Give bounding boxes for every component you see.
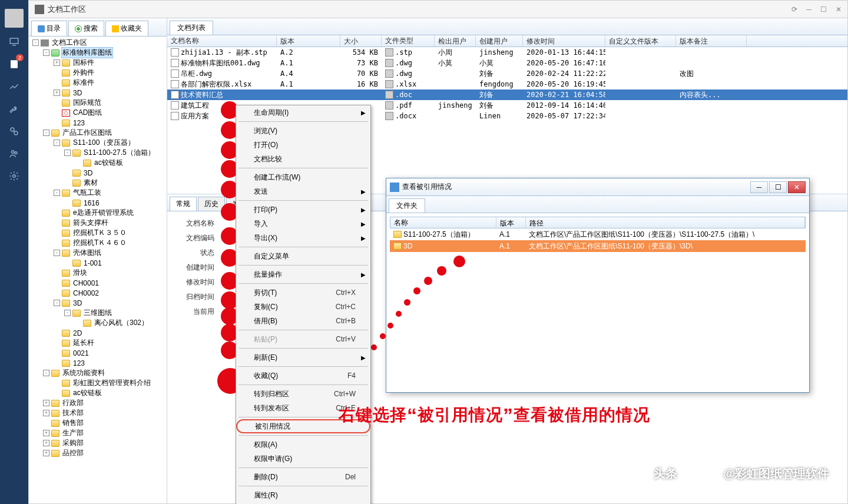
tab-directory[interactable]: 目录 [31,21,67,36]
tree-item[interactable]: +3D [30,88,165,98]
tree-item[interactable]: -文档工作区 [30,38,165,48]
tree-item[interactable]: CH0002 [30,288,165,298]
tree-item[interactable]: 销售部 [30,418,165,428]
menu-item[interactable]: 剪切(T)Ctrl+X [236,286,370,300]
tree-item[interactable]: CH0001 [30,278,165,288]
tree-item[interactable]: 滑块 [30,268,165,278]
tree-item[interactable]: -S11-100（变压器） [30,138,165,148]
tree-item[interactable]: 1616 [30,198,165,208]
close-icon[interactable]: ✕ [836,5,842,14]
tree-item[interactable]: 3D [30,168,165,178]
tree-item[interactable]: 标准件 [30,78,165,88]
tree-item[interactable]: 外购件 [30,68,165,78]
tree-item[interactable]: -壳体图纸 [30,248,165,258]
tree-item[interactable]: 123 [30,358,165,368]
popup-minimize[interactable]: ─ [750,181,768,193]
tree-item[interactable]: 123 [30,118,165,128]
file-row[interactable]: 吊柜.dwgA.470 KB.dwg刘备2020-02-24 11:22:22改… [167,68,847,79]
side-link-icon[interactable] [0,120,28,142]
menu-item[interactable]: 收藏(Q)F4 [236,369,370,383]
tree-item[interactable]: +品控部 [30,448,165,458]
context-menu[interactable]: 生命周期(I)▶浏览(V)打开(O)文档比较创建工作流(W)发送▶打印(P)▶导… [236,105,371,504]
menu-item[interactable]: 创建工作流(W) [236,170,370,184]
tree-item[interactable]: 2D [30,328,165,338]
tree-item[interactable]: 素材 [30,178,165,188]
tree-label: CH0002 [72,289,100,297]
file-row[interactable]: 各部门解密权限.xlsxA.116 KB.xlsxfengdong2020-05… [167,79,847,89]
reload-icon[interactable]: ⟳ [791,5,797,14]
user-avatar[interactable] [5,9,24,28]
side-monitor-icon[interactable] [0,31,28,53]
tree-item[interactable]: 延长杆 [30,338,165,348]
tree-item[interactable]: +生产部 [30,428,165,438]
tree-item[interactable]: 1-001 [30,258,165,268]
maximize-icon[interactable]: ☐ [820,5,827,14]
tree-item[interactable]: e匙通开锁管理系统 [30,208,165,218]
tree-item[interactable]: +国标件 [30,58,165,68]
menu-item[interactable]: 导出(X)▶ [236,231,370,245]
popup-row[interactable]: S11-100-27.5（油箱）A.1文档工作区\产品工作区图纸\S11-100… [390,228,806,240]
menu-item[interactable]: 转到归档区Ctrl+W [236,387,370,401]
tree-item[interactable]: -气瓶工装 [30,188,165,198]
tree-item[interactable]: -系统功能资料 [30,368,165,378]
tree-item[interactable]: 挖掘机TＫ３５０ [30,228,165,238]
tree-item[interactable]: +采购部 [30,438,165,448]
menu-item[interactable]: 借用(B)Ctrl+B [236,314,370,328]
side-settings-icon[interactable] [0,165,28,187]
tree-item[interactable]: -产品工作区图纸 [30,128,165,138]
menu-item[interactable]: 自定义菜单 [236,249,370,263]
tree-item[interactable]: 挖掘机TＫ４６０ [30,238,165,248]
tree-item[interactable]: ac铰链板 [30,158,165,168]
tree-item[interactable]: -3D [30,298,165,308]
tree-item[interactable]: 离心风机（302） [30,318,165,328]
popup-close[interactable]: ✕ [788,181,806,193]
file-row[interactable]: 技术资料汇总.doc刘备2020-02-21 16:04:58内容表头... [167,89,847,100]
menu-item[interactable]: 发送▶ [236,184,370,198]
menu-item[interactable]: 属性(R) [236,488,370,502]
tree-item[interactable]: 国际规范 [30,98,165,108]
popup-row[interactable]: 3DA.1文档工作区\产品工作区图纸\S11-100（变压器）\3D\ [390,240,806,252]
tab-doclist[interactable]: 文档列表 [170,21,213,35]
menu-item[interactable]: 打印(P)▶ [236,203,370,217]
folder-tree[interactable]: -文档工作区-标准物料库图纸+国标件外购件标准件+3D国际规范CAD图纸123-… [29,37,167,503]
menu-label: 复制(C) [254,302,278,312]
menu-item[interactable]: 权限(A) [236,437,370,452]
menu-item[interactable]: 删除(D)Del [236,470,370,484]
file-row[interactable]: 标准物料库图纸001.dwgA.173 KB.dwg小莫小莫2020-05-20… [167,58,847,68]
tree-item[interactable]: -标准物料库图纸 [30,48,165,58]
side-docs-icon[interactable]: 2 [0,53,28,75]
menu-item[interactable]: 批量操作▶ [236,267,370,281]
minimize-icon[interactable]: ─ [806,5,811,14]
file-row[interactable]: zhijia1.13 - 副本.stpA.2534 KB.stp小周jinshe… [167,47,847,58]
tree-label: 挖掘机TＫ４６０ [72,238,128,248]
tree-item[interactable]: -S11-100-27.5（油箱） [30,148,165,158]
menu-item[interactable]: 导入▶ [236,217,370,231]
menu-item[interactable]: 生命周期(I)▶ [236,105,370,120]
tree-item[interactable]: 彩虹图文档管理资料介绍 [30,378,165,388]
tab-favorites[interactable]: 收藏夹 [105,21,148,36]
tab-search[interactable]: 搜索 [68,21,104,36]
menu-item[interactable]: 复制(C)Ctrl+C [236,300,370,314]
menu-item[interactable]: 粘贴(P)Ctrl+V [236,332,370,346]
menu-item[interactable]: 浏览(V) [236,124,370,138]
tab-general[interactable]: 常规 [170,197,197,211]
tree-item[interactable]: ac铰链板 [30,388,165,398]
notification-badge: 2 [16,54,24,61]
menu-item[interactable]: 刷新(E)▶ [236,350,370,364]
side-wrench-icon[interactable] [0,98,28,120]
side-users-icon[interactable] [0,142,28,165]
tree-item[interactable]: CAD图纸 [30,108,165,118]
menu-item[interactable]: 打开(O) [236,138,370,152]
tree-item[interactable]: +行政部 [30,398,165,408]
menu-item[interactable]: 权限申请(G) [236,452,370,466]
tree-item[interactable]: 0021 [30,348,165,358]
tree-item[interactable]: 箭头支撑杆 [30,218,165,228]
tree-item[interactable]: +技术部 [30,408,165,418]
tab-history[interactable]: 历史 [198,197,225,211]
popup-tab-folder[interactable]: 文件夹 [389,198,425,213]
popup-maximize[interactable]: ☐ [769,181,787,193]
tree-item[interactable]: -三维图纸 [30,308,165,318]
menu-item[interactable]: 文档比较 [236,152,370,166]
folder-icon [62,300,70,307]
side-chart-icon[interactable] [0,75,28,98]
